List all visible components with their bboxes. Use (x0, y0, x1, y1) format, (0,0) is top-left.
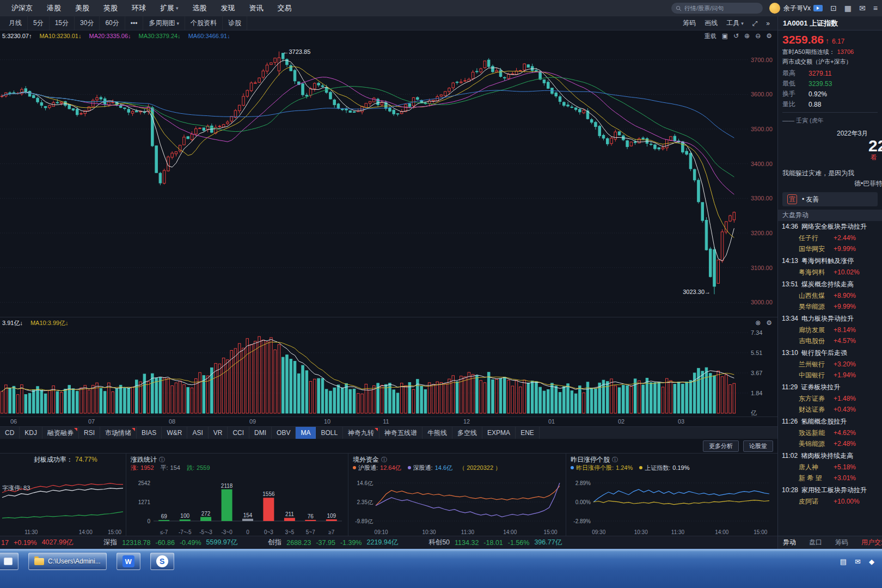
nav-item-扩展[interactable]: 扩展▾ (153, 0, 186, 16)
indicator-tab-BOLL[interactable]: BOLL (316, 427, 343, 439)
button-更多分析[interactable]: 更多分析 (703, 440, 739, 452)
indicator-tab-ASI[interactable]: ASI (187, 427, 208, 439)
index-item[interactable]: 17+0.19%4027.99亿 (1, 538, 73, 547)
indicator-tab-KDJ[interactable]: KDJ (20, 427, 42, 439)
news-stock-东方证券[interactable]: 东方证券+1.48% (778, 393, 882, 404)
news-item[interactable]: 11:26氢能概念股拉升致远新能+4.62%美锦能源+2.48% (778, 416, 882, 449)
index-item-深指[interactable]: 深指12318.78-60.86-0.49%5599.97亿 (103, 538, 237, 547)
news-stock-吉电股份[interactable]: 吉电股份+4.57% (778, 335, 882, 346)
undo-icon[interactable]: ↺ (733, 32, 739, 40)
indicator-tab-W&R[interactable]: W&R (162, 427, 187, 439)
toolbar-画线[interactable]: 画线 (700, 16, 722, 30)
news-stock-美锦能源[interactable]: 美锦能源+2.48% (778, 438, 882, 449)
nav-item-美股[interactable]: 美股 (68, 0, 96, 16)
taskbar-ths-icon[interactable]: S (150, 553, 174, 570)
indicator-tab-神奇五线谱[interactable]: 神奇五线谱 (379, 427, 422, 439)
candlestick-chart[interactable]: 3700.003600.003500.003400.003300.003200.… (0, 41, 777, 317)
lock-icon[interactable]: ▣ (722, 32, 728, 40)
calendar-link[interactable]: 看 (871, 153, 877, 162)
search-box[interactable]: 行情/股票/问句 (671, 3, 763, 14)
news-item[interactable]: 14:13粤海饲料触及涨停粤海饲料+10.02% (778, 255, 882, 278)
info-icon[interactable]: ⓘ (381, 456, 387, 464)
news-item[interactable]: 10:28家用轻工板块异动拉升皮阿诺+10.00% (778, 485, 882, 507)
nav-item-英股[interactable]: 英股 (96, 0, 125, 16)
indicator-tab-RSI[interactable]: RSI (79, 427, 100, 439)
toolbar-工具[interactable]: 工具▾ (722, 16, 748, 30)
live-badge-icon[interactable] (813, 5, 823, 11)
device-icon[interactable]: ◆ (869, 558, 874, 566)
volume-chart[interactable]: 7.345.513.671.84亿 (0, 328, 777, 416)
indicator-tab-VR[interactable]: VR (209, 427, 228, 439)
zoom-out-icon[interactable]: ⊖ (755, 32, 761, 40)
toolbar-个股资料[interactable]: 个股资料 (185, 16, 223, 30)
close-icon[interactable]: ⊗ (755, 319, 761, 327)
avatar[interactable] (769, 3, 780, 14)
toolbar-•••[interactable]: ••• (125, 16, 144, 30)
tab-盘口[interactable]: 盘口 (809, 538, 822, 547)
news-stock-新 希 望[interactable]: 新 希 望+3.01% (778, 473, 882, 483)
news-stock-兰州银行[interactable]: 兰州银行+3.20% (778, 359, 882, 370)
nav-item-环球[interactable]: 环球 (125, 0, 153, 16)
info-icon[interactable]: ⓘ (159, 456, 165, 464)
index-item-创指[interactable]: 创指2688.23-37.95-1.39%2219.94亿 (268, 538, 398, 547)
taskbar-wps-icon[interactable]: W (117, 553, 140, 570)
news-stock-粤海饲料[interactable]: 粤海饲料+10.02% (778, 267, 882, 278)
screen-share-icon[interactable]: ⊡ (830, 4, 837, 13)
news-stock-致远新能[interactable]: 致远新能+4.62% (778, 427, 882, 438)
toolbar-筹码[interactable]: 筹码 (678, 16, 700, 30)
news-stock-国华网安[interactable]: 国华网安+9.99% (778, 243, 882, 254)
toolbar-诊股[interactable]: 诊股 (223, 16, 247, 30)
news-stock-皮阿诺[interactable]: 皮阿诺+10.00% (778, 496, 882, 507)
index-item-科创50[interactable]: 科创501134.32-18.01-1.56%396.77亿 (428, 538, 562, 547)
collapse-panel-icon[interactable]: » (762, 16, 774, 30)
nav-item-选股[interactable]: 选股 (186, 0, 214, 16)
indicator-tab-MA[interactable]: MA (296, 427, 316, 439)
info-icon[interactable]: ⓘ (612, 456, 618, 464)
indicator-tab-EXPMA[interactable]: EXPMA (482, 427, 516, 439)
toolbar-30分[interactable]: 30分 (75, 16, 100, 30)
taskbar-app-window-icon[interactable] (0, 553, 19, 570)
indicator-tab-融资融券[interactable]: 融资融券 (42, 427, 79, 439)
news-stock-唐人神[interactable]: 唐人神+5.18% (778, 462, 882, 473)
menu-icon[interactable]: ≡ (873, 4, 878, 13)
news-item[interactable]: 13:10银行股午后走强兰州银行+3.20%中国银行+1.94% (778, 347, 882, 381)
news-stock-山西焦煤[interactable]: 山西焦煤+8.90% (778, 290, 882, 301)
toolbar-多周期图[interactable]: 多周期图▾ (143, 16, 185, 30)
toolbar-5分[interactable]: 5分 (28, 16, 50, 30)
tab-筹码[interactable]: 筹码 (835, 538, 848, 547)
nav-item-交易[interactable]: 交易 (271, 0, 299, 16)
gift-icon[interactable]: ▦ (844, 4, 852, 13)
settings-icon[interactable]: ⚙ (766, 319, 772, 327)
mail-icon[interactable]: ✉ (859, 4, 866, 13)
news-item[interactable]: 13:51煤炭概念持续走高山西焦煤+8.90%昊华能源+9.99% (778, 279, 882, 312)
indicator-tab-DMI[interactable]: DMI (249, 427, 272, 439)
indicator-tab-牛熊线[interactable]: 牛熊线 (422, 427, 452, 439)
settings-icon[interactable]: ⚙ (766, 32, 772, 40)
nav-item-港股[interactable]: 港股 (40, 0, 68, 16)
news-stock-财达证券[interactable]: 财达证券+0.43% (778, 404, 882, 415)
reload-button[interactable]: 重载 (705, 32, 716, 40)
news-stock-中国银行[interactable]: 中国银行+1.94% (778, 370, 882, 381)
nav-item-资讯[interactable]: 资讯 (242, 0, 271, 16)
news-item[interactable]: 14:36网络安全板块异动拉升任子行+2.44%国华网安+9.99% (778, 221, 882, 254)
message-icon[interactable]: ✉ (855, 558, 861, 566)
toolbar-月线[interactable]: 月线 (3, 16, 28, 30)
zoom-in-icon[interactable]: ⊕ (744, 32, 750, 40)
button-论股堂[interactable]: 论股堂 (743, 440, 773, 452)
nav-item-发现[interactable]: 发现 (214, 0, 242, 16)
indicator-tab-CCI[interactable]: CCI (228, 427, 249, 439)
indicator-tab-OBV[interactable]: OBV (272, 427, 296, 439)
tab-异动[interactable]: 异动 (783, 538, 796, 547)
indicator-tab-神奇九转[interactable]: 神奇九转 (343, 427, 379, 439)
taskbar-folder-icon[interactable]: C:\Users\Admini... (28, 553, 107, 570)
indicator-tab-市场情绪[interactable]: 市场情绪 (100, 427, 137, 439)
user-name[interactable]: 余子哥Vx (783, 4, 811, 13)
fullscreen-icon[interactable]: ⤢ (748, 16, 762, 30)
news-stock-昊华能源[interactable]: 昊华能源+9.99% (778, 301, 882, 312)
nav-item-沪深京[interactable]: 沪深京 (4, 0, 40, 16)
indicator-tab-ENE[interactable]: ENE (516, 427, 540, 439)
news-item[interactable]: 13:34电力板块异动拉升廊坊发展+8.14%吉电股份+4.57% (778, 313, 882, 346)
indicator-tab-CD[interactable]: CD (0, 427, 20, 439)
notes-icon[interactable]: ▤ (840, 558, 847, 566)
indicator-tab-多空线[interactable]: 多空线 (452, 427, 482, 439)
